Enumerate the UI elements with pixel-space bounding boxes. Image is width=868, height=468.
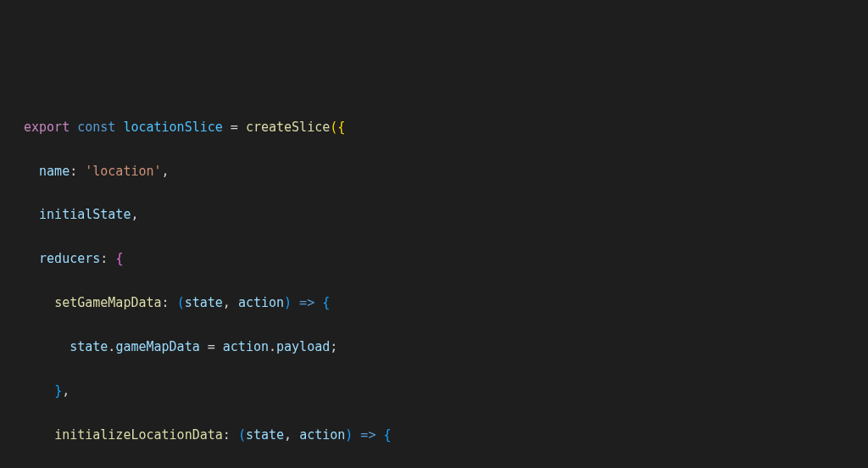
code-line: setGameMapData: (state, action) => { — [24, 292, 868, 315]
code-line: reducers: { — [24, 248, 868, 270]
code-line: state.gameMapData = action.payload; — [24, 337, 868, 359]
code-editor[interactable]: export const locationSlice = createSlice… — [24, 95, 868, 468]
code-line: name: 'location', — [24, 161, 868, 183]
code-line: export const locationSlice = createSlice… — [24, 117, 868, 139]
code-line: }, — [24, 381, 868, 403]
code-line: initializeLocationData: (state, action) … — [24, 425, 868, 447]
code-line: initialState, — [24, 204, 868, 226]
